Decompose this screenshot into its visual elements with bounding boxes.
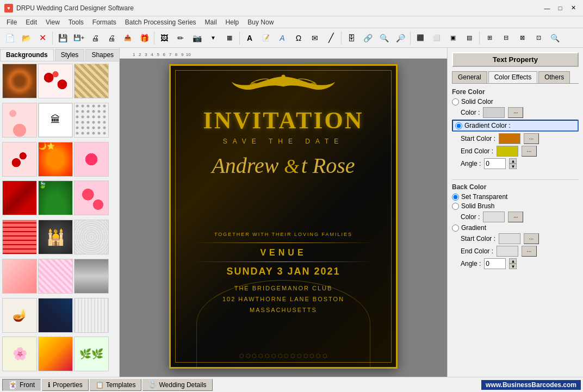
save-all-button[interactable]: 💾+ [71,30,86,46]
bg-item-17[interactable] [38,259,73,294]
barcode-button[interactable]: ▦ [222,30,237,46]
menu-file[interactable]: File [2,17,21,27]
back-angle-up[interactable]: ▲ [509,258,517,264]
bg-item-5[interactable]: 🏛 [38,103,73,138]
menu-view[interactable]: View [41,17,64,27]
back-end-color-box[interactable] [497,246,518,257]
save-button[interactable]: 💾 [55,30,70,46]
gradient-color-label[interactable]: Gradient Color : [464,122,511,129]
menu-formats[interactable]: Formats [88,17,121,27]
bg-item-18[interactable] [74,259,109,294]
solid-color-label[interactable]: Solid Color [461,98,493,105]
database-button[interactable]: 🗄 [344,30,359,46]
menu-tools[interactable]: Tools [64,17,88,27]
menu-batch[interactable]: Batch Processing Series [121,17,201,27]
pen-button[interactable]: ✏ [173,30,188,46]
solid-brush-radio[interactable] [452,203,459,210]
menu-mail[interactable]: Mail [201,17,221,27]
menu-help[interactable]: Help [221,17,244,27]
bg-item-10[interactable] [2,181,37,215]
bg-item-14[interactable]: 🕌 [38,220,73,254]
back-angle-input[interactable]: 0 [484,258,506,269]
wedding-details-button[interactable]: 💍 Wedding Details [142,379,212,391]
symbol-button[interactable]: Ω [291,30,306,46]
maximize-button[interactable]: □ [555,3,566,14]
bg-item-3[interactable] [74,64,109,98]
solid-color-radio[interactable] [452,98,459,105]
wordart-button[interactable]: A [275,30,290,46]
arrange2-button[interactable]: ⬜ [429,30,444,46]
bg-item-9[interactable] [74,142,109,177]
back-gradient-label[interactable]: Gradient [461,224,486,232]
close-doc-button[interactable]: ✕ [35,30,50,46]
menu-edit[interactable]: Edit [21,17,41,27]
arrange1-button[interactable]: ⬛ [413,30,428,46]
fore-angle-up[interactable]: ▲ [509,158,517,164]
bg-item-24[interactable]: 🌿🌿 [74,337,109,371]
wedding-card[interactable]: INVITATION SAVE THE DATE Andrew & t Rose… [169,64,398,369]
properties-button[interactable]: ℹ Properties [42,379,89,391]
bg-item-20[interactable] [38,298,73,333]
textbox-button[interactable]: 📝 [258,30,274,46]
bg-item-2[interactable] [38,64,73,98]
export-button[interactable]: 📤 [120,30,135,46]
start-color-box[interactable] [499,133,520,144]
open-button[interactable]: 📂 [18,30,34,46]
canvas-content[interactable]: INVITATION SAVE THE DATE Andrew & t Rose… [120,59,447,377]
bg-item-23[interactable] [38,337,73,371]
solid-brush-label[interactable]: Solid Brush [461,202,494,210]
set-transparent-radio[interactable] [452,194,459,201]
print2-button[interactable]: 🖨 [104,30,119,46]
minimize-button[interactable]: — [542,3,553,14]
tab-color-effects[interactable]: Color Effects [488,71,537,83]
bg-item-11[interactable]: 🍃 [38,181,73,215]
fore-angle-down[interactable]: ▼ [509,164,517,169]
bg-item-4[interactable] [2,103,37,138]
dropdown-btn[interactable]: ▼ [206,30,221,46]
text-button[interactable]: A [242,30,257,46]
grid4-button[interactable]: ⊡ [531,30,546,46]
grid1-button[interactable]: ⊞ [482,30,497,46]
back-solid-color-btn[interactable]: ··· [508,211,523,222]
set-transparent-label[interactable]: Set Transparent [461,193,507,201]
bg-item-1[interactable] [2,64,37,98]
end-color-more-btn[interactable]: ··· [522,146,537,157]
new-button[interactable]: 📄 [2,30,17,46]
line-button[interactable]: ╱ [324,30,339,46]
connect-button[interactable]: 🔗 [360,30,375,46]
back-end-more-btn[interactable]: ··· [522,246,537,257]
back-gradient-radio[interactable] [452,225,459,232]
back-angle-down[interactable]: ▼ [509,264,517,269]
close-button[interactable]: ✕ [568,3,579,14]
zoom-button[interactable]: 🔍 [376,30,392,46]
image-button[interactable]: 🖼 [157,30,172,46]
tab-others[interactable]: Others [538,71,570,83]
gift-button[interactable]: 🎁 [137,30,152,46]
arrange3-button[interactable]: ▣ [445,30,461,46]
bg-item-21[interactable] [74,298,109,333]
bg-item-15[interactable] [74,220,109,254]
bg-item-13[interactable] [2,220,37,254]
zoom2-button[interactable]: 🔎 [393,30,408,46]
templates-button[interactable]: 📋 Templates [90,379,142,391]
solid-color-more-btn[interactable]: ··· [508,107,523,118]
photo-button[interactable]: 📷 [189,30,204,46]
bg-item-16[interactable] [2,259,37,294]
print-button[interactable]: 🖨 [88,30,103,46]
grid2-button[interactable]: ⊟ [498,30,513,46]
bg-item-12[interactable] [74,181,109,215]
fore-angle-input[interactable]: 0 [484,158,506,169]
gradient-color-radio[interactable] [455,122,462,129]
magnifier-button[interactable]: 🔍 [547,30,562,46]
back-start-more-btn[interactable]: ··· [524,233,539,244]
bg-item-7[interactable] [2,142,37,177]
tab-general[interactable]: General [452,71,487,83]
menu-buynow[interactable]: Buy Now [243,17,278,27]
front-button[interactable]: 🃏 Front [2,379,41,391]
tab-backgrounds[interactable]: Backgrounds [0,49,54,61]
back-solid-color-box[interactable] [483,211,505,222]
email-button[interactable]: ✉ [307,30,322,46]
end-color-box[interactable] [497,146,518,157]
start-color-more-btn[interactable]: ··· [524,133,539,144]
bg-item-8[interactable]: 🌙⭐ [38,142,73,177]
